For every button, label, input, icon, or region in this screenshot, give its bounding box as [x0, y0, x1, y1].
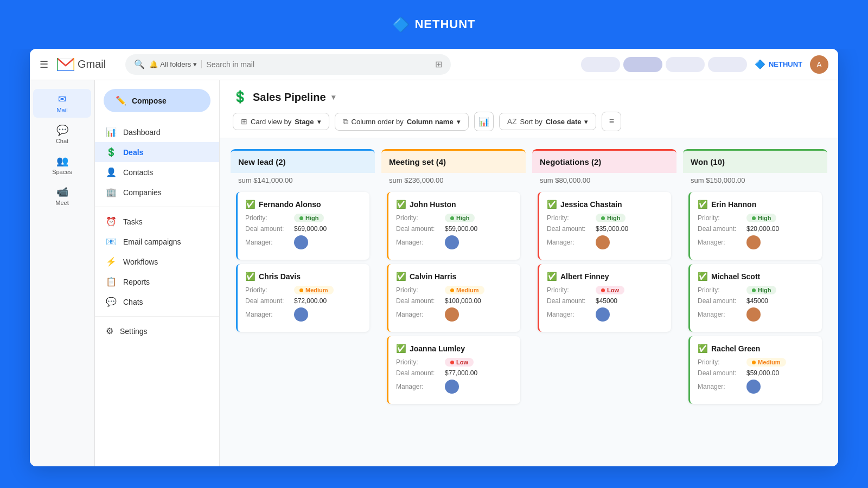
- folder-chevron-icon: ▾: [193, 60, 197, 68]
- deal-amount-value: $59,000.00: [746, 369, 779, 377]
- sidebar-item-chats[interactable]: 💬 Chats: [95, 292, 219, 312]
- sort-button[interactable]: AZ Sort by Close date ▾: [499, 113, 597, 130]
- deal-name: ✅ Chris Davis: [245, 272, 362, 281]
- sidebar-item-companies[interactable]: 🏢 Companies: [95, 182, 219, 202]
- manager-label: Manager:: [396, 311, 445, 318]
- app-window: ☰ Gmail 🔍 🔔 All folders ▾ ⊞: [30, 49, 838, 466]
- compose-icon: ✏️: [116, 95, 126, 106]
- table-row[interactable]: ✅ Erin Hannon Priority: High Deal amount…: [688, 192, 822, 260]
- sidebar-item-tasks[interactable]: ⏰ Tasks: [95, 211, 219, 232]
- nav-mail[interactable]: ✉ Mail: [33, 89, 91, 118]
- avatar: [746, 307, 761, 322]
- priority-label: Priority:: [698, 358, 746, 366]
- card-view-label: Card view by: [251, 118, 291, 126]
- priority-field: Priority: Low: [547, 286, 663, 294]
- priority-dot-icon: [450, 216, 454, 220]
- table-row[interactable]: ✅ Joanna Lumley Priority: Low Deal amoun…: [387, 336, 520, 404]
- manager-value: [596, 307, 610, 322]
- priority-badge: Low: [445, 358, 474, 367]
- sidebar-item-workflows[interactable]: ⚡ Workflows: [95, 252, 219, 272]
- sidebar-label-workflows: Workflows: [123, 258, 158, 266]
- sidebar: ✏️ Compose 📊 Dashboard 💲 Deals 👤 Contact…: [95, 80, 220, 466]
- nav-chat[interactable]: 💬 Chat: [33, 120, 91, 149]
- pipeline-chevron-icon[interactable]: ▾: [331, 93, 335, 101]
- col-header-negotiations: Negotiations (2): [532, 149, 676, 173]
- manager-label: Manager:: [547, 311, 596, 318]
- compose-button[interactable]: ✏️ Compose: [104, 89, 210, 112]
- pipeline-header: 💲 Sales Pipeline ▾ ⊞ Card view by Stage …: [220, 80, 838, 138]
- manager-field: Manager:: [245, 235, 362, 249]
- priority-label: Priority:: [396, 286, 445, 294]
- kanban-cards-negotiations: ✅ Jessica Chastain Priority: High Deal a…: [532, 190, 676, 466]
- table-row[interactable]: ✅ Chris Davis Priority: Medium Deal amou…: [236, 264, 369, 332]
- sidebar-item-reports[interactable]: 📋 Reports: [95, 272, 219, 292]
- tab-pill-3[interactable]: [666, 57, 705, 72]
- priority-label: Priority:: [547, 286, 596, 294]
- avatar: [445, 380, 459, 394]
- deal-amount-value: $35,000.00: [596, 225, 628, 233]
- manager-field: Manager:: [245, 307, 362, 322]
- priority-dot-icon: [450, 288, 454, 292]
- priority-dot-icon: [752, 288, 756, 292]
- tab-pill-4[interactable]: [708, 57, 747, 72]
- manager-label: Manager:: [698, 383, 746, 390]
- deal-person-name: Albert Finney: [560, 272, 609, 281]
- column-order-button[interactable]: ⧉ Column order by Column name ▾: [335, 113, 469, 131]
- table-row[interactable]: ✅ Jessica Chastain Priority: High Deal a…: [538, 192, 671, 260]
- table-row[interactable]: ✅ Fernando Alonso Priority: High Deal am…: [236, 192, 369, 260]
- deal-amount-label: Deal amount:: [245, 297, 294, 305]
- priority-badge: High: [445, 214, 475, 222]
- manager-value: [596, 235, 610, 249]
- manager-value: [746, 235, 761, 249]
- filter-icon[interactable]: ⊞: [435, 59, 442, 69]
- sidebar-item-deals[interactable]: 💲 Deals: [95, 142, 219, 162]
- deal-amount-label: Deal amount:: [698, 225, 746, 233]
- kanban-cards-meeting_set: ✅ John Huston Priority: High Deal amount…: [381, 190, 526, 466]
- nav-meet[interactable]: 📹 Meet: [33, 182, 91, 210]
- manager-label: Manager:: [698, 239, 746, 246]
- deal-person-name: Joanna Lumley: [410, 344, 465, 353]
- table-row[interactable]: ✅ Calvin Harris Priority: Medium Deal am…: [387, 264, 520, 332]
- priority-badge: Medium: [445, 286, 484, 294]
- sidebar-item-settings[interactable]: ⚙ Settings: [95, 321, 219, 341]
- priority-label: Priority:: [396, 214, 445, 222]
- sidebar-item-dashboard[interactable]: 📊 Dashboard: [95, 122, 219, 142]
- nav-spaces[interactable]: 👥 Spaces: [33, 151, 91, 179]
- logo-text: NETHUNT: [414, 17, 475, 31]
- sidebar-menu: 📊 Dashboard 💲 Deals 👤 Contacts 🏢 Compani…: [95, 122, 219, 341]
- table-row[interactable]: ✅ Albert Finney Priority: Low Deal amoun…: [538, 264, 671, 332]
- col-title-won: Won (10): [691, 157, 725, 166]
- filter-lines-button[interactable]: ≡: [602, 112, 621, 131]
- sidebar-item-contacts[interactable]: 👤 Contacts: [95, 162, 219, 182]
- nethunt-logo: 🔷 NETHUNT: [392, 16, 475, 33]
- deal-person-name: John Huston: [410, 200, 456, 209]
- priority-dot-icon: [752, 216, 756, 220]
- main-panel: 💲 Sales Pipeline ▾ ⊞ Card view by Stage …: [220, 80, 838, 466]
- search-bar[interactable]: 🔍 🔔 All folders ▾ ⊞: [125, 54, 451, 75]
- manager-label: Manager:: [245, 311, 294, 318]
- card-view-button[interactable]: ⊞ Card view by Stage ▾: [233, 113, 329, 130]
- deal-amount-field: Deal amount: $20,000.00: [698, 225, 814, 233]
- check-circle-icon: ✅: [396, 344, 406, 354]
- hamburger-menu-icon[interactable]: ☰: [40, 59, 48, 70]
- sidebar-item-email-campaigns[interactable]: 📧 Email campaigns: [95, 232, 219, 252]
- sidebar-label-tasks: Tasks: [123, 217, 143, 226]
- search-input[interactable]: [206, 60, 431, 69]
- priority-value: High: [746, 286, 776, 294]
- chart-icon-button[interactable]: 📊: [474, 112, 494, 131]
- topbar-right: 🔷 NETHUNT A: [581, 55, 828, 74]
- pipeline-title-row: 💲 Sales Pipeline ▾: [233, 90, 825, 104]
- tab-pill-1[interactable]: [581, 57, 620, 72]
- deal-name: ✅ John Huston: [396, 200, 513, 209]
- col-title-new_lead: New lead (2): [238, 157, 286, 166]
- folder-select[interactable]: 🔔 All folders ▾: [149, 60, 202, 68]
- user-avatar[interactable]: A: [810, 55, 828, 74]
- col-sum-new_lead: sum $141,000.00: [231, 173, 375, 190]
- tab-pill-2[interactable]: [623, 57, 662, 72]
- table-row[interactable]: ✅ Rachel Green Priority: Medium Deal amo…: [688, 336, 822, 404]
- priority-field: Priority: Low: [396, 358, 513, 367]
- deal-amount-field: Deal amount: $59,000.00: [396, 225, 513, 233]
- table-row[interactable]: ✅ Michael Scott Priority: High Deal amou…: [688, 264, 822, 332]
- table-row[interactable]: ✅ John Huston Priority: High Deal amount…: [387, 192, 520, 260]
- deal-amount-value: $69,000.00: [294, 225, 327, 233]
